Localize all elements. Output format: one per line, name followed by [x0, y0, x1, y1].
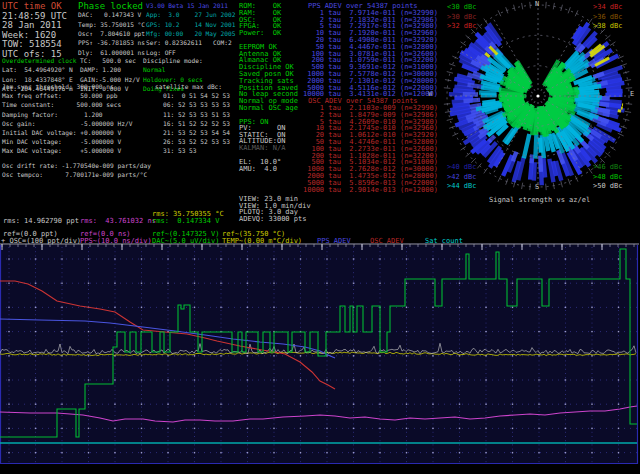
satellite-max-dbc-header: satellite max dBc: [155, 84, 222, 90]
fw-gps-version: GPS: 10.2 14 Nov 2001 [146, 22, 235, 28]
legend-pps-adev: PPS ADEV [317, 238, 351, 245]
utc-status: UTC time OK [2, 2, 62, 11]
osc-offset: Osc↑ 7.804610 ppt [78, 31, 145, 37]
receiver-health-row: Power: OK [239, 30, 281, 37]
latitude: Lat: 54.4964920° N [2, 67, 73, 73]
legend-gt30dbc: >30 dBc [447, 14, 477, 21]
receiver-health-row: Normal OSC age [239, 105, 298, 112]
satellite-max-dbc-row: 21: 53 52 53 54 54 [163, 130, 230, 136]
satellite-max-dbc-row: 06: 52 53 53 53 53 [163, 102, 230, 108]
legend-gt44dbc: >44 dBc [447, 183, 477, 190]
cardinal-e: E [630, 91, 634, 98]
disciplining-params-row: Max freq offset: 50.000 ppb [2, 93, 117, 99]
temperature: Temp: 35.750015 °C [78, 22, 145, 28]
legend-gt46dbc: >46 dBc [593, 164, 623, 171]
longitude: Lon: 18.4337848° E [2, 77, 73, 83]
legend-gt38dbc: >38 dBc [593, 23, 623, 30]
dac-voltage: DAC: 0.147343 V [78, 12, 141, 18]
disciplining-params-row: Damping factor: 1.200 [2, 112, 103, 118]
legend-gt50dbc: >50 dBc [593, 183, 623, 190]
gain: GAIN:-5.000 Hz/V [80, 77, 140, 83]
disciplining-params-row: Max DAC voltage: +5.000000 V [2, 148, 121, 154]
log-status: Log: OFF [146, 50, 176, 56]
rms-osc: rms: 14.962790 ppt [3, 218, 79, 225]
satellite-max-dbc-row: 11: 52 53 53 51 53 [163, 112, 230, 118]
disciplining-params-row: Initial DAC voltage: +0.000000 V [2, 130, 121, 136]
disciplining-params-row: Min DAC voltage: -5.000000 V [2, 139, 121, 145]
view-settings-row: ADEVQ: 33000 pts [239, 216, 306, 223]
osc-tempco: Osc tempco: 7.700171e-009 parts/°C [2, 172, 147, 178]
scale-osc: + OSC=(100 ppt/div) [1, 238, 81, 245]
legend-gt32dbc: >32 dBc [447, 23, 477, 30]
polar-caption: Signal strength vs az/el [489, 197, 590, 204]
serial-number: Ser: 0.82362611 COM:2 [146, 40, 232, 46]
disciplining-params-row: Time constant: 500.000 secs [2, 102, 121, 108]
legend-gt42dbc: >42 dBc [447, 174, 477, 181]
legend-gt36dbc: >36 dBc [593, 14, 623, 21]
discipline-mode-value: Normal [143, 67, 165, 73]
discipline-mode-label: Discipline mode: [143, 58, 203, 64]
legend-gt48dbc: >48 dBc [593, 174, 623, 181]
fw-app-version: App: 3.0 27 Jun 2002 [146, 12, 235, 18]
disciplining-params-row: Osc gain: -5.000000 Hz/V [2, 121, 132, 127]
cable-delay: Dly: 61.000001 ns [78, 50, 145, 56]
receiver-config-row: AMU: 4.0 [239, 166, 277, 173]
damping: DAMP: 1.200 [80, 67, 121, 73]
discipline-status: Phase locked [78, 2, 143, 11]
rms-pps: rms: 43.761032 ns [80, 218, 156, 225]
satellite-max-dbc-row: 26: 53 52 52 53 53 [163, 139, 230, 145]
legend-osc-adev: OSC ADEV [370, 238, 404, 245]
utc-date: 28 Jan 2011 [2, 21, 62, 30]
osc-adev-table-row: 10000 tau 2.9014e-013 (n=12000) [303, 187, 438, 194]
scale-temp: TEMP~(0.00 m°C/div) [222, 238, 302, 245]
rms-dac: rms: 0.147334 V [152, 218, 219, 225]
scale-pps: PPS~(10.0 ns/div) [80, 238, 152, 245]
scale-dac: DAC~(5.0 uV/div) [152, 238, 219, 245]
receiver-config-row: KALMAN: N/A [239, 145, 285, 152]
receiver-mode: Overdetermined clock [2, 58, 77, 64]
disciplining-params-row: Jam sync threshold: 300.000 ns [2, 84, 114, 90]
fw-mfg-date: Mfg: 00:00 20 May 2005 [146, 31, 235, 37]
satellite-max-dbc-row: 31: 53 53 [163, 148, 197, 154]
satellite-max-dbc-row: 01: 0 51 54 52 53 [163, 93, 230, 99]
cardinal-n: N [535, 1, 539, 8]
legend-gt34dbc: >34 dBc [593, 4, 623, 11]
holdover: Holdover: 0 secs [143, 77, 203, 83]
program-version: V3.00 Beta 15 Jan 2011 [146, 3, 228, 9]
lady-heather-console: UTC time OK21:48:59 UTC28 Jan 2011Week: … [0, 0, 640, 474]
satellite-max-dbc-row: 16: 51 52 52 52 53 [163, 121, 230, 127]
cardinal-s: S [535, 184, 539, 191]
pps-offset: PPS↑ -36.781853 ns [78, 40, 145, 46]
time-constant: TC: 500.0 sec [80, 58, 136, 64]
legend-sat-count: Sat count [425, 238, 463, 245]
legend-lt30dbc: <30 dBc [447, 4, 477, 11]
osc-drift-rate: Osc drift rate: -1.770540e-009 parts/day [2, 163, 151, 169]
legend-gt40dbc: >40 dBc [447, 164, 477, 171]
